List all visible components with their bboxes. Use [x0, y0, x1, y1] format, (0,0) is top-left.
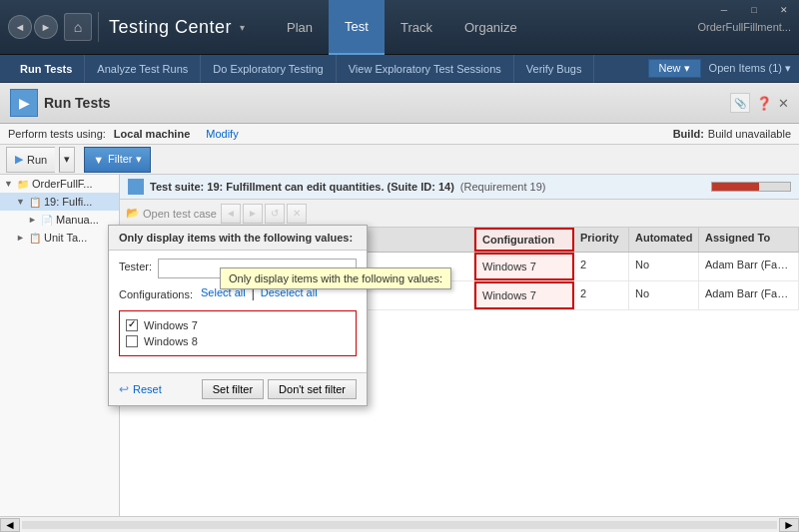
suite-icon [128, 179, 144, 195]
close-panel-button[interactable]: ✕ [778, 96, 789, 111]
nav-test[interactable]: Test [329, 0, 385, 55]
progress-bar [711, 182, 791, 192]
home-button[interactable]: ⌂ [64, 13, 92, 41]
bottom-scrollbar[interactable]: ◄ ► [0, 516, 799, 532]
reset-button[interactable]: ↩ Reset [119, 382, 162, 396]
row2-configuration: Windows 7 [474, 281, 574, 309]
col-configuration: Configuration [474, 228, 574, 252]
prev-arrow[interactable]: ◄ [221, 204, 241, 224]
test-suite-bar: Test suite: 19: Fulfillment can edit qua… [120, 175, 799, 200]
checkbox-windows7[interactable]: ✓ Windows 7 [126, 317, 350, 333]
checkbox-icon-windows7[interactable]: ✓ [126, 319, 138, 331]
build-value: Build unavailable [708, 128, 791, 140]
nav-plan[interactable]: Plan [271, 0, 329, 55]
panel-attach-button[interactable]: 📎 [730, 93, 750, 113]
scroll-right[interactable]: ► [779, 518, 799, 532]
subnav-analyze[interactable]: Analyze Test Runs [85, 55, 201, 83]
perform-tests-value: Local machine [114, 128, 190, 140]
filter-button[interactable]: ▼ Filter ▾ [84, 147, 150, 173]
new-button[interactable]: New ▾ [648, 59, 701, 78]
scroll-track[interactable] [22, 521, 777, 529]
subnav-run-tests[interactable]: Run Tests [8, 55, 85, 83]
suite-title: Test suite: 19: Fulfillment can edit qua… [150, 181, 454, 193]
sub-nav: Run Tests Analyze Test Runs Do Explorato… [0, 55, 799, 83]
checkbox-icon-windows8[interactable] [126, 335, 138, 347]
checkbox-windows8[interactable]: Windows 8 [126, 333, 350, 349]
open-test-bar: 📂 Open test case ◄ ► ↺ ✕ [120, 200, 799, 228]
run-button[interactable]: ▶ Run [6, 147, 55, 173]
expand-icon-3: ► [28, 215, 38, 225]
run-dropdown[interactable]: ▾ [59, 147, 75, 173]
perform-tests-bar: Perform tests using: Local machine Modif… [0, 124, 799, 145]
tree-item-manual[interactable]: ► 📄 Manua... [0, 211, 119, 229]
suite-requirement: (Requirement 19) [460, 181, 546, 193]
set-filter-button[interactable]: Set filter [202, 379, 264, 399]
tree-panel: ▼ 📁 OrderFullF... ▼ 📋 19: Fulfi... ► 📄 M… [0, 175, 120, 522]
row1-assigned: Adam Barr (Fabrik... [699, 253, 799, 280]
panel-title: Run Tests [44, 95, 111, 111]
help-button[interactable]: ❓ [756, 96, 772, 111]
subnav-exploratory[interactable]: Do Exploratory Testing [201, 55, 336, 83]
progress-bar-fill [712, 183, 759, 191]
filter-popup: Only display items with the following va… [108, 225, 368, 406]
modify-link[interactable]: Modify [206, 128, 238, 140]
checkbox-label-windows7: Windows 7 [144, 319, 198, 331]
dont-set-filter-button[interactable]: Don't set filter [268, 379, 357, 399]
navigation-arrows: ◄ ► ↺ ✕ [221, 204, 307, 224]
row1-priority: 2 [574, 253, 629, 280]
filter-icon: ▼ [93, 154, 104, 166]
col-priority: Priority [574, 228, 629, 252]
next-arrow[interactable]: ► [243, 204, 263, 224]
forward-button[interactable]: ► [34, 15, 58, 39]
row1-automated: No [629, 253, 699, 280]
app-title: Testing Center [109, 17, 232, 38]
tree-item-unit[interactable]: ► 📋 Unit Ta... [0, 229, 119, 247]
row2-automated: No [629, 281, 699, 309]
col-assigned-to: Assigned To [699, 228, 799, 252]
tree-item-orderfull[interactable]: ▼ 📁 OrderFullF... [0, 175, 119, 193]
open-test-case-button[interactable]: 📂 Open test case [126, 207, 217, 220]
configurations-label: Configurations: [119, 288, 193, 300]
filter-popup-footer: ↩ Reset Set filter Don't set filter [109, 372, 367, 405]
subnav-view-sessions[interactable]: View Exploratory Test Sessions [337, 55, 514, 83]
perform-tests-label: Perform tests using: [8, 128, 106, 140]
filter-checkbox-area: ✓ Windows 7 Windows 8 [119, 310, 357, 356]
nav-buttons: ◄ ► [8, 15, 58, 39]
tree-label-2: 19: Fulfi... [44, 196, 92, 208]
scroll-left[interactable]: ◄ [0, 518, 20, 532]
minimize-button[interactable]: ─ [709, 0, 739, 20]
maximize-button[interactable]: □ [739, 0, 769, 20]
stop-btn[interactable]: ✕ [287, 204, 307, 224]
tree-label-3: Manua... [56, 214, 99, 226]
nav-track[interactable]: Track [385, 0, 448, 55]
row2-assigned: Adam Barr (Fabrik... [699, 281, 799, 309]
open-icon: 📂 [126, 207, 140, 220]
subnav-verify-bugs[interactable]: Verify Bugs [514, 55, 595, 83]
tooltip: Only display items with the following va… [220, 267, 451, 289]
open-items-button[interactable]: Open Items (1) ▾ [709, 62, 791, 75]
row1-configuration: Windows 7 [474, 253, 574, 280]
reset-icon: ↩ [119, 382, 129, 396]
close-button[interactable]: ✕ [769, 0, 799, 20]
refresh-arrow[interactable]: ↺ [265, 204, 285, 224]
back-button[interactable]: ◄ [8, 15, 32, 39]
sub-nav-right: New ▾ Open Items (1) ▾ [648, 59, 791, 78]
nav-organize[interactable]: Organize [448, 0, 533, 55]
run-icon: ▶ [15, 153, 23, 166]
user-info: OrderFullFillment... [697, 21, 791, 33]
filter-popup-header: Only display items with the following va… [109, 226, 367, 251]
main-area: ▶ Run Tests 📎 ❓ ✕ Perform tests using: L… [0, 83, 799, 532]
checkbox-label-windows8: Windows 8 [144, 335, 198, 347]
tree-label-4: Unit Ta... [44, 232, 87, 244]
tree-item-19[interactable]: ▼ 📋 19: Fulfi... [0, 193, 119, 211]
window-controls: ─ □ ✕ [709, 0, 799, 20]
expand-icon-2: ▼ [16, 197, 26, 207]
expand-icon-4: ► [16, 233, 26, 243]
tester-label: Tester: [119, 261, 152, 272]
row2-priority: 2 [574, 281, 629, 309]
app-title-dropdown[interactable]: ▾ [240, 22, 245, 33]
col-automated: Automated [629, 228, 699, 252]
build-label: Build: [673, 128, 704, 140]
panel-icon: ▶ [10, 89, 38, 117]
tree-label: OrderFullF... [32, 178, 93, 190]
